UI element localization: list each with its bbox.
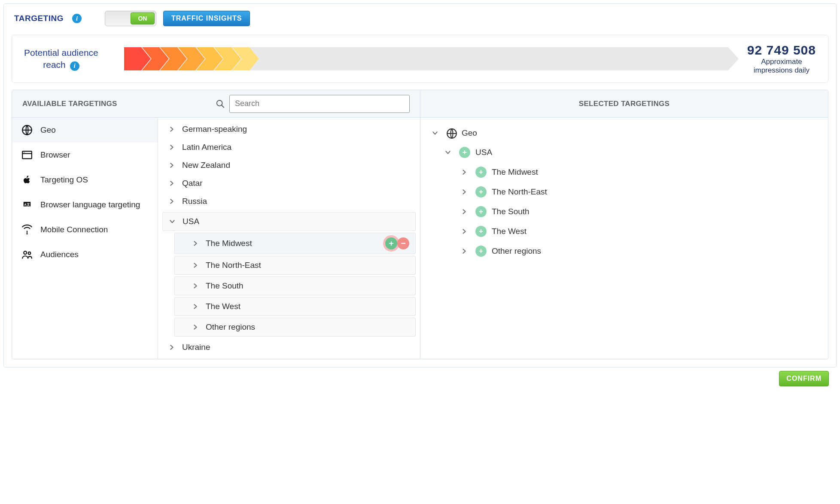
- info-icon[interactable]: i: [72, 14, 82, 23]
- category-browser-language-targeting[interactable]: A文Browser language targeting: [12, 192, 158, 217]
- tree-subitem[interactable]: The North-East: [174, 256, 416, 275]
- available-targetings-header: AVAILIABLE TARGETINGS: [22, 100, 117, 108]
- chevron-right-icon: [168, 180, 175, 187]
- tree-item[interactable]: Latin America: [162, 138, 416, 156]
- selected-region[interactable]: +Other regions: [430, 241, 819, 261]
- toggle-on-knob: ON: [131, 12, 155, 24]
- selected-region[interactable]: +The West: [430, 222, 819, 241]
- tree-item[interactable]: Qatar: [162, 174, 416, 192]
- reach-stats: 92 749 508 Approximate impressions daily: [747, 43, 816, 75]
- category-label: Geo: [40, 125, 56, 135]
- chevron-right-icon: [461, 188, 468, 195]
- category-targeting-os[interactable]: Targeting OS: [12, 167, 158, 192]
- chevron-right-icon: [168, 344, 175, 351]
- chevron-right-icon: [168, 198, 175, 205]
- traffic-insights-button[interactable]: TRAFFIC INSIGHTS: [163, 11, 250, 26]
- include-icon: +: [475, 226, 487, 237]
- chevron-down-icon: [169, 218, 176, 225]
- category-mobile-connection[interactable]: Mobile Connection: [12, 217, 158, 242]
- svg-text:A文: A文: [24, 203, 30, 206]
- remove-icon[interactable]: −: [397, 237, 409, 249]
- selected-region[interactable]: +The North-East: [430, 182, 819, 202]
- chevron-right-icon: [192, 282, 199, 289]
- search-input[interactable]: [229, 95, 410, 113]
- chevron-down-icon: [432, 130, 438, 137]
- chevron-right-icon: [168, 162, 175, 169]
- chevron-right-icon: [461, 248, 468, 255]
- chevron-right-icon: [168, 126, 175, 133]
- tree-subitem[interactable]: The South: [174, 276, 416, 295]
- include-icon: +: [475, 206, 487, 217]
- apple-icon: [21, 174, 33, 185]
- selected-targetings-header: SELECTED TARGETINGS: [579, 100, 670, 108]
- chevron-right-icon: [192, 240, 199, 247]
- category-label: Targeting OS: [40, 175, 88, 185]
- tree-subitem[interactable]: Other regions: [174, 318, 416, 337]
- svg-point-5: [24, 152, 24, 153]
- category-geo[interactable]: Geo: [12, 118, 158, 143]
- people-icon: [21, 249, 33, 260]
- chevron-right-icon: [168, 144, 175, 151]
- category-label: Browser: [40, 150, 70, 160]
- chevron-down-icon: [444, 149, 451, 156]
- include-icon: +: [475, 186, 487, 197]
- chevron-right-icon: [461, 169, 468, 176]
- audience-reach-card: Potential audience reach i 92 749 508 Ap…: [12, 35, 828, 83]
- selected-region[interactable]: +The Midwest: [430, 162, 819, 182]
- svg-point-8: [24, 251, 27, 254]
- chevron-right-icon: [461, 228, 468, 235]
- tree-item-expanded[interactable]: USA: [162, 212, 416, 231]
- chevron-right-icon: [192, 262, 199, 269]
- category-browser[interactable]: Browser: [12, 143, 158, 167]
- add-icon[interactable]: +: [385, 237, 397, 249]
- browser-icon: [21, 149, 33, 161]
- search-icon: [216, 99, 225, 109]
- svg-point-9: [28, 252, 31, 255]
- globe-icon: [21, 124, 33, 136]
- globe-icon: [446, 128, 457, 138]
- category-label: Mobile Connection: [40, 225, 108, 234]
- include-icon: +: [475, 167, 487, 178]
- confirm-button[interactable]: CONFIRM: [779, 371, 829, 386]
- category-label: Browser language targeting: [40, 200, 140, 209]
- tree-item[interactable]: Russia: [162, 192, 416, 210]
- tree-subitem[interactable]: The Midwest+−: [174, 233, 416, 254]
- tree-item[interactable]: New Zealand: [162, 156, 416, 174]
- category-audiences[interactable]: Audiences: [12, 242, 158, 267]
- svg-line-1: [222, 105, 224, 107]
- reach-label: Potential audience reach i: [24, 47, 98, 70]
- reach-chevron-bar: [124, 47, 739, 70]
- targeting-toggle[interactable]: ON: [105, 11, 156, 26]
- page-title: TARGETING: [14, 14, 64, 23]
- category-label: Audiences: [40, 250, 79, 259]
- lang-icon: A文: [21, 199, 33, 210]
- selected-country[interactable]: +USA: [430, 143, 819, 162]
- include-icon: +: [475, 246, 487, 257]
- include-icon: +: [459, 147, 470, 158]
- info-icon[interactable]: i: [70, 61, 79, 71]
- signal-icon: [21, 224, 33, 235]
- selected-root[interactable]: Geo: [430, 124, 819, 143]
- tree-item[interactable]: Ukraine: [162, 338, 416, 356]
- chevron-right-icon: [461, 208, 468, 215]
- tree-subitem[interactable]: The West: [174, 297, 416, 316]
- chevron-right-icon: [192, 303, 199, 310]
- selected-region[interactable]: +The South: [430, 202, 819, 222]
- chevron-right-icon: [192, 324, 199, 331]
- tree-item[interactable]: German-speaking: [162, 120, 416, 138]
